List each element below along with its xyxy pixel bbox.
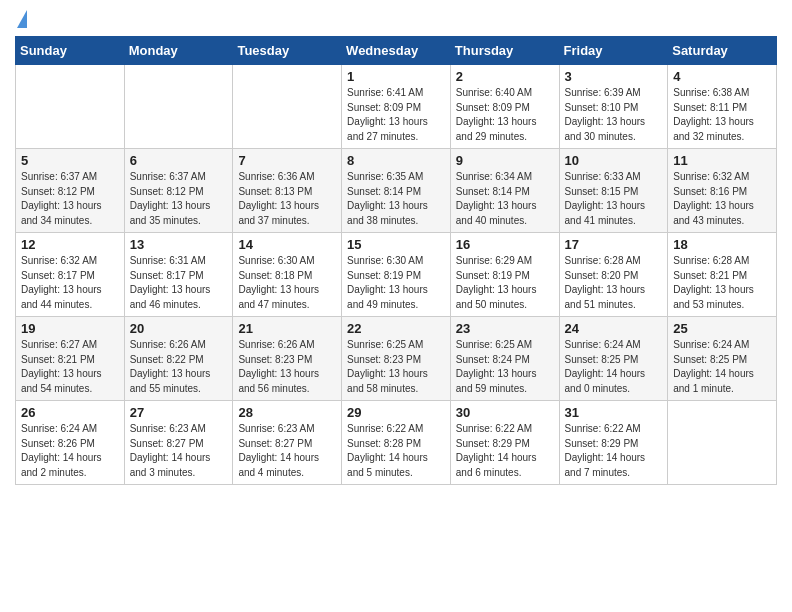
day-number: 29 bbox=[347, 405, 445, 420]
table-row: 29Sunrise: 6:22 AM Sunset: 8:28 PM Dayli… bbox=[342, 401, 451, 485]
week-row: 5Sunrise: 6:37 AM Sunset: 8:12 PM Daylig… bbox=[16, 149, 777, 233]
day-info: Sunrise: 6:24 AM Sunset: 8:25 PM Dayligh… bbox=[565, 338, 663, 396]
day-number: 20 bbox=[130, 321, 228, 336]
day-info: Sunrise: 6:23 AM Sunset: 8:27 PM Dayligh… bbox=[238, 422, 336, 480]
day-info: Sunrise: 6:26 AM Sunset: 8:23 PM Dayligh… bbox=[238, 338, 336, 396]
day-number: 9 bbox=[456, 153, 554, 168]
day-number: 17 bbox=[565, 237, 663, 252]
week-row: 12Sunrise: 6:32 AM Sunset: 8:17 PM Dayli… bbox=[16, 233, 777, 317]
day-info: Sunrise: 6:39 AM Sunset: 8:10 PM Dayligh… bbox=[565, 86, 663, 144]
day-number: 1 bbox=[347, 69, 445, 84]
page-header bbox=[15, 10, 777, 28]
logo bbox=[15, 10, 29, 28]
day-info: Sunrise: 6:28 AM Sunset: 8:21 PM Dayligh… bbox=[673, 254, 771, 312]
day-number: 23 bbox=[456, 321, 554, 336]
table-row: 13Sunrise: 6:31 AM Sunset: 8:17 PM Dayli… bbox=[124, 233, 233, 317]
day-number: 8 bbox=[347, 153, 445, 168]
calendar-header: SundayMondayTuesdayWednesdayThursdayFrid… bbox=[16, 37, 777, 65]
week-row: 1Sunrise: 6:41 AM Sunset: 8:09 PM Daylig… bbox=[16, 65, 777, 149]
table-row bbox=[668, 401, 777, 485]
day-number: 25 bbox=[673, 321, 771, 336]
day-info: Sunrise: 6:26 AM Sunset: 8:22 PM Dayligh… bbox=[130, 338, 228, 396]
day-info: Sunrise: 6:41 AM Sunset: 8:09 PM Dayligh… bbox=[347, 86, 445, 144]
header-day-sunday: Sunday bbox=[16, 37, 125, 65]
day-info: Sunrise: 6:25 AM Sunset: 8:24 PM Dayligh… bbox=[456, 338, 554, 396]
day-number: 16 bbox=[456, 237, 554, 252]
day-info: Sunrise: 6:37 AM Sunset: 8:12 PM Dayligh… bbox=[130, 170, 228, 228]
day-number: 22 bbox=[347, 321, 445, 336]
table-row bbox=[16, 65, 125, 149]
day-info: Sunrise: 6:40 AM Sunset: 8:09 PM Dayligh… bbox=[456, 86, 554, 144]
day-info: Sunrise: 6:30 AM Sunset: 8:18 PM Dayligh… bbox=[238, 254, 336, 312]
day-info: Sunrise: 6:35 AM Sunset: 8:14 PM Dayligh… bbox=[347, 170, 445, 228]
table-row: 22Sunrise: 6:25 AM Sunset: 8:23 PM Dayli… bbox=[342, 317, 451, 401]
table-row: 23Sunrise: 6:25 AM Sunset: 8:24 PM Dayli… bbox=[450, 317, 559, 401]
header-day-tuesday: Tuesday bbox=[233, 37, 342, 65]
table-row bbox=[233, 65, 342, 149]
day-number: 28 bbox=[238, 405, 336, 420]
day-info: Sunrise: 6:27 AM Sunset: 8:21 PM Dayligh… bbox=[21, 338, 119, 396]
day-info: Sunrise: 6:32 AM Sunset: 8:17 PM Dayligh… bbox=[21, 254, 119, 312]
day-info: Sunrise: 6:22 AM Sunset: 8:29 PM Dayligh… bbox=[565, 422, 663, 480]
day-number: 26 bbox=[21, 405, 119, 420]
day-number: 18 bbox=[673, 237, 771, 252]
day-number: 31 bbox=[565, 405, 663, 420]
table-row: 11Sunrise: 6:32 AM Sunset: 8:16 PM Dayli… bbox=[668, 149, 777, 233]
week-row: 19Sunrise: 6:27 AM Sunset: 8:21 PM Dayli… bbox=[16, 317, 777, 401]
table-row: 6Sunrise: 6:37 AM Sunset: 8:12 PM Daylig… bbox=[124, 149, 233, 233]
day-info: Sunrise: 6:31 AM Sunset: 8:17 PM Dayligh… bbox=[130, 254, 228, 312]
day-number: 30 bbox=[456, 405, 554, 420]
day-number: 4 bbox=[673, 69, 771, 84]
day-info: Sunrise: 6:32 AM Sunset: 8:16 PM Dayligh… bbox=[673, 170, 771, 228]
table-row: 2Sunrise: 6:40 AM Sunset: 8:09 PM Daylig… bbox=[450, 65, 559, 149]
table-row: 18Sunrise: 6:28 AM Sunset: 8:21 PM Dayli… bbox=[668, 233, 777, 317]
day-info: Sunrise: 6:24 AM Sunset: 8:26 PM Dayligh… bbox=[21, 422, 119, 480]
day-number: 10 bbox=[565, 153, 663, 168]
day-number: 19 bbox=[21, 321, 119, 336]
header-day-saturday: Saturday bbox=[668, 37, 777, 65]
header-day-thursday: Thursday bbox=[450, 37, 559, 65]
table-row: 28Sunrise: 6:23 AM Sunset: 8:27 PM Dayli… bbox=[233, 401, 342, 485]
table-row: 21Sunrise: 6:26 AM Sunset: 8:23 PM Dayli… bbox=[233, 317, 342, 401]
table-row: 20Sunrise: 6:26 AM Sunset: 8:22 PM Dayli… bbox=[124, 317, 233, 401]
table-row: 31Sunrise: 6:22 AM Sunset: 8:29 PM Dayli… bbox=[559, 401, 668, 485]
day-number: 5 bbox=[21, 153, 119, 168]
table-row: 25Sunrise: 6:24 AM Sunset: 8:25 PM Dayli… bbox=[668, 317, 777, 401]
day-info: Sunrise: 6:25 AM Sunset: 8:23 PM Dayligh… bbox=[347, 338, 445, 396]
table-row: 7Sunrise: 6:36 AM Sunset: 8:13 PM Daylig… bbox=[233, 149, 342, 233]
day-info: Sunrise: 6:30 AM Sunset: 8:19 PM Dayligh… bbox=[347, 254, 445, 312]
day-info: Sunrise: 6:38 AM Sunset: 8:11 PM Dayligh… bbox=[673, 86, 771, 144]
day-number: 27 bbox=[130, 405, 228, 420]
day-number: 12 bbox=[21, 237, 119, 252]
day-number: 13 bbox=[130, 237, 228, 252]
day-info: Sunrise: 6:23 AM Sunset: 8:27 PM Dayligh… bbox=[130, 422, 228, 480]
table-row: 30Sunrise: 6:22 AM Sunset: 8:29 PM Dayli… bbox=[450, 401, 559, 485]
table-row: 19Sunrise: 6:27 AM Sunset: 8:21 PM Dayli… bbox=[16, 317, 125, 401]
day-number: 6 bbox=[130, 153, 228, 168]
day-info: Sunrise: 6:22 AM Sunset: 8:28 PM Dayligh… bbox=[347, 422, 445, 480]
table-row: 27Sunrise: 6:23 AM Sunset: 8:27 PM Dayli… bbox=[124, 401, 233, 485]
calendar-table: SundayMondayTuesdayWednesdayThursdayFrid… bbox=[15, 36, 777, 485]
day-number: 24 bbox=[565, 321, 663, 336]
header-day-monday: Monday bbox=[124, 37, 233, 65]
day-number: 11 bbox=[673, 153, 771, 168]
table-row: 8Sunrise: 6:35 AM Sunset: 8:14 PM Daylig… bbox=[342, 149, 451, 233]
table-row: 15Sunrise: 6:30 AM Sunset: 8:19 PM Dayli… bbox=[342, 233, 451, 317]
day-number: 14 bbox=[238, 237, 336, 252]
day-number: 7 bbox=[238, 153, 336, 168]
day-info: Sunrise: 6:29 AM Sunset: 8:19 PM Dayligh… bbox=[456, 254, 554, 312]
header-day-wednesday: Wednesday bbox=[342, 37, 451, 65]
day-info: Sunrise: 6:22 AM Sunset: 8:29 PM Dayligh… bbox=[456, 422, 554, 480]
table-row: 4Sunrise: 6:38 AM Sunset: 8:11 PM Daylig… bbox=[668, 65, 777, 149]
day-info: Sunrise: 6:24 AM Sunset: 8:25 PM Dayligh… bbox=[673, 338, 771, 396]
table-row: 1Sunrise: 6:41 AM Sunset: 8:09 PM Daylig… bbox=[342, 65, 451, 149]
table-row bbox=[124, 65, 233, 149]
day-info: Sunrise: 6:28 AM Sunset: 8:20 PM Dayligh… bbox=[565, 254, 663, 312]
day-number: 2 bbox=[456, 69, 554, 84]
table-row: 5Sunrise: 6:37 AM Sunset: 8:12 PM Daylig… bbox=[16, 149, 125, 233]
table-row: 3Sunrise: 6:39 AM Sunset: 8:10 PM Daylig… bbox=[559, 65, 668, 149]
day-info: Sunrise: 6:33 AM Sunset: 8:15 PM Dayligh… bbox=[565, 170, 663, 228]
table-row: 24Sunrise: 6:24 AM Sunset: 8:25 PM Dayli… bbox=[559, 317, 668, 401]
logo-triangle-icon bbox=[17, 10, 27, 28]
table-row: 12Sunrise: 6:32 AM Sunset: 8:17 PM Dayli… bbox=[16, 233, 125, 317]
